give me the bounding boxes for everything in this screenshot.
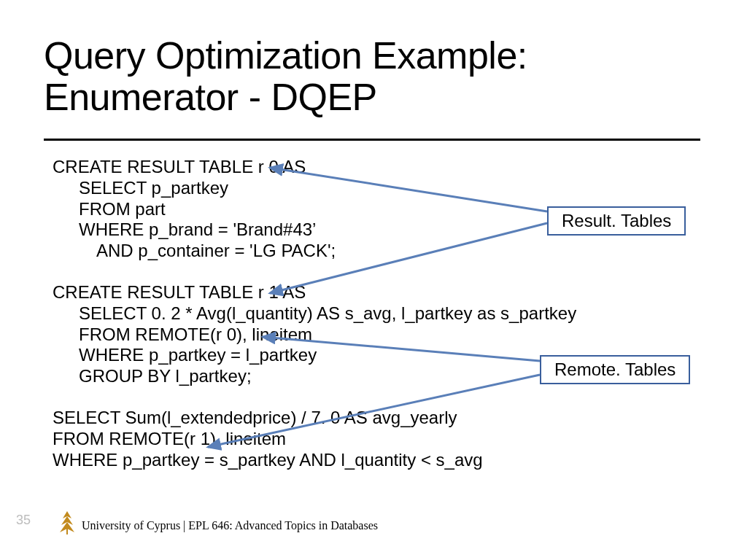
footer-text: University of Cyprus | EPL 646: Advanced… (82, 519, 378, 532)
code-line: SELECT 0. 2 * Avg(l_quantity) AS s_avg, … (53, 303, 709, 324)
title-line-2: Enumerator - DQEP (44, 76, 377, 118)
code-line: AND p_container = 'LG PACK'; (53, 241, 709, 262)
sql-block-3: SELECT Sum(l_extendedprice) / 7. 0 AS av… (53, 408, 709, 470)
page-number: 35 (16, 513, 31, 528)
slide-title: Query Optimization Example: Enumerator -… (44, 35, 527, 118)
university-logo-icon (57, 510, 77, 535)
code-line: CREATE RESULT TABLE r 0 AS (53, 157, 709, 178)
code-line: FROM REMOTE(r 0), lineitem (53, 324, 709, 346)
svg-rect-4 (66, 529, 68, 534)
code-line: WHERE p_partkey = s_partkey AND l_quanti… (53, 450, 709, 471)
code-line: FROM REMOTE(r 1), lineitem (53, 429, 709, 450)
title-underline (44, 139, 700, 141)
title-line-1: Query Optimization Example: (44, 34, 527, 77)
code-line: SELECT p_partkey (53, 178, 709, 199)
code-line: SELECT Sum(l_extendedprice) / 7. 0 AS av… (53, 408, 709, 429)
code-line: CREATE RESULT TABLE r 1 AS (53, 282, 709, 303)
callout-result-tables: Result. Tables (547, 206, 686, 236)
callout-label: Remote. Tables (554, 359, 676, 379)
callout-label: Result. Tables (562, 211, 671, 230)
callout-remote-tables: Remote. Tables (540, 355, 690, 384)
